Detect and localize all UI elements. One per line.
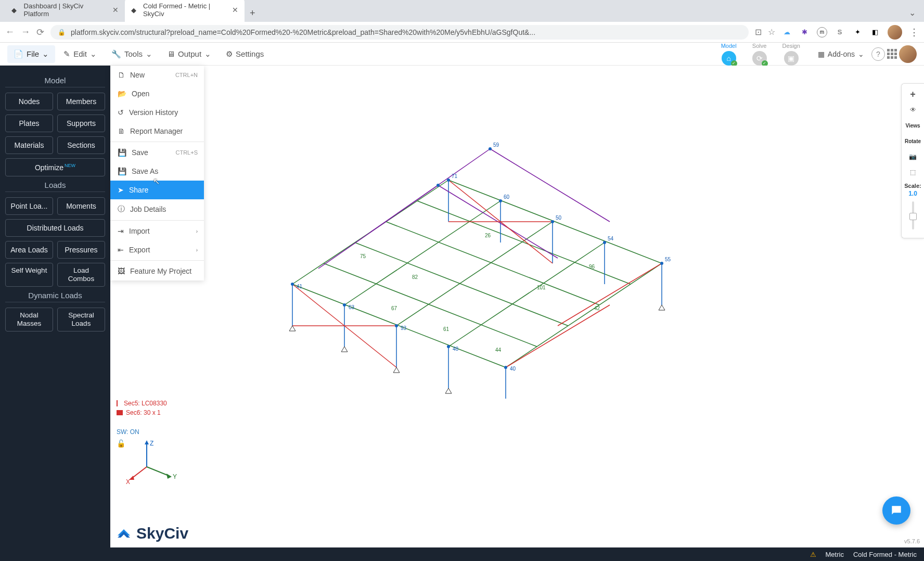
url-bar[interactable]: 🔒 platform.skyciv.com/structural?preload… bbox=[50, 25, 749, 40]
menu-item-open[interactable]: 📂Open bbox=[110, 84, 204, 103]
edit-menu-button[interactable]: ✎ Edit ⌄ bbox=[57, 45, 103, 63]
url-text: platform.skyciv.com/structural?preload_n… bbox=[71, 28, 535, 36]
menu-item-job-details[interactable]: ⓘJob Details bbox=[110, 199, 204, 219]
forward-button[interactable]: → bbox=[21, 27, 30, 37]
extensions-icon[interactable]: ✦ bbox=[852, 27, 863, 37]
apps-grid-button[interactable] bbox=[887, 49, 897, 59]
output-menu-button[interactable]: 🖥 Output ⌄ bbox=[161, 45, 217, 63]
visibility-button[interactable]: 👁 bbox=[904, 103, 922, 117]
ext-icon[interactable]: ✱ bbox=[799, 27, 810, 37]
favicon-icon: ◆ bbox=[11, 6, 20, 14]
svg-text:93: 93 bbox=[401, 325, 407, 331]
share-icon: ➤ bbox=[118, 186, 124, 194]
svg-marker-64 bbox=[145, 440, 149, 444]
self-weight-button[interactable]: Self Weight bbox=[5, 263, 53, 287]
ext-icon[interactable]: S bbox=[835, 27, 845, 37]
area-loads-button[interactable]: Area Loads bbox=[5, 241, 53, 259]
addons-button[interactable]: ▦ Add-ons ⌄ bbox=[813, 47, 869, 61]
model-canvas[interactable]: 416393 484071 605054 5559 676144 7582101… bbox=[110, 66, 924, 547]
svg-text:67: 67 bbox=[391, 305, 397, 311]
mode-tab-model[interactable]: Model ⌂ bbox=[721, 43, 737, 66]
load-combos-button[interactable]: Load Combos bbox=[57, 263, 105, 287]
svg-text:59: 59 bbox=[493, 142, 499, 148]
point-load-button[interactable]: Point Loa... bbox=[5, 197, 53, 215]
spectral-loads-button[interactable]: Spectral Loads bbox=[57, 308, 105, 332]
close-icon[interactable]: ✕ bbox=[232, 6, 238, 14]
view-tools-panel: + 👁 Views Rotate 📷 ⬚ Scale: 1.0 bbox=[901, 83, 924, 238]
svg-text:96: 96 bbox=[589, 264, 595, 270]
svg-text:50: 50 bbox=[556, 215, 562, 221]
save-as-icon: 💾 bbox=[118, 167, 126, 175]
menu-item-new[interactable]: 🗋NewCTRL+N bbox=[110, 66, 204, 84]
unlock-icon[interactable]: 🔓 bbox=[117, 439, 125, 448]
project-name[interactable]: Cold Formed - Metric bbox=[853, 551, 917, 558]
file-icon: 📄 bbox=[14, 49, 23, 59]
rotate-button[interactable]: Rotate bbox=[904, 134, 922, 148]
user-avatar[interactable] bbox=[899, 45, 917, 63]
svg-line-23 bbox=[318, 185, 438, 269]
plates-button[interactable]: Plates bbox=[5, 114, 53, 132]
settings-button[interactable]: ⚙ Settings bbox=[220, 45, 270, 63]
sidepanel-icon[interactable]: ◧ bbox=[870, 27, 880, 37]
file-menu-button[interactable]: 📄 File ⌄ bbox=[7, 45, 55, 63]
menu-item-import[interactable]: ⇥Import› bbox=[110, 222, 204, 240]
warning-icon[interactable]: ⚠ bbox=[810, 551, 816, 558]
close-icon[interactable]: ✕ bbox=[112, 6, 119, 14]
reload-button[interactable]: ⟳ bbox=[36, 27, 44, 38]
kebab-menu-icon[interactable]: ⋮ bbox=[909, 27, 919, 38]
new-tab-button[interactable]: + bbox=[245, 5, 261, 22]
pencil-icon: ✎ bbox=[63, 49, 70, 59]
profile-avatar[interactable] bbox=[888, 25, 902, 40]
svg-line-10 bbox=[506, 263, 662, 367]
history-icon: ↺ bbox=[118, 108, 124, 117]
supports-button[interactable]: Supports bbox=[57, 114, 105, 132]
svg-line-9 bbox=[448, 243, 605, 347]
structure-model: 416393 484071 605054 5559 676144 7582101… bbox=[256, 86, 724, 399]
optimize-button[interactable]: OptimizeNEW bbox=[5, 158, 105, 176]
ext-icon[interactable]: m bbox=[817, 27, 827, 37]
mode-tab-solve[interactable]: Solve ⟳ bbox=[752, 43, 767, 66]
browser-tab-dashboard[interactable]: ◆ Dashboard | SkyCiv Platform ✕ bbox=[5, 0, 125, 22]
tab-title: Dashboard | SkyCiv Platform bbox=[24, 2, 108, 18]
moments-button[interactable]: Moments bbox=[57, 197, 105, 215]
menu-item-report-manager[interactable]: 🗎Report Manager bbox=[110, 122, 204, 141]
help-button[interactable]: ? bbox=[871, 47, 885, 61]
bookmark-icon[interactable]: ☆ bbox=[768, 27, 775, 37]
nodes-button[interactable]: Nodes bbox=[5, 93, 53, 110]
chat-support-button[interactable] bbox=[882, 496, 910, 525]
new-badge: NEW bbox=[65, 163, 75, 168]
units-label[interactable]: Metric bbox=[826, 551, 844, 558]
tab-overflow-icon[interactable]: ⌄ bbox=[901, 4, 924, 22]
image-icon: 🖼 bbox=[118, 267, 125, 275]
slider-thumb[interactable] bbox=[909, 213, 917, 220]
sections-button[interactable]: Sections bbox=[57, 136, 105, 154]
svg-text:82: 82 bbox=[412, 274, 418, 280]
menu-item-export[interactable]: ⇤Export› bbox=[110, 240, 204, 259]
camera-button[interactable]: 📷 bbox=[904, 149, 922, 164]
ext-icon[interactable]: ☁ bbox=[781, 27, 792, 37]
mode-tab-design[interactable]: Design ▣ bbox=[782, 43, 800, 66]
axis-orientation-widget[interactable]: Z X Y bbox=[126, 438, 178, 485]
menu-item-share[interactable]: ➤Share ↖ bbox=[110, 181, 204, 199]
scale-value: 1.0 bbox=[908, 190, 917, 197]
scale-slider[interactable] bbox=[912, 201, 914, 230]
views-button[interactable]: Views bbox=[904, 118, 922, 133]
distributed-loads-button[interactable]: Distributed Loads bbox=[5, 219, 105, 237]
tools-menu-button[interactable]: 🔧 Tools ⌄ bbox=[105, 45, 159, 63]
svg-point-39 bbox=[603, 241, 606, 244]
members-button[interactable]: Members bbox=[57, 93, 105, 110]
back-button[interactable]: ← bbox=[5, 27, 15, 37]
svg-text:71: 71 bbox=[452, 173, 458, 179]
menu-item-version-history[interactable]: ↺Version History bbox=[110, 103, 204, 122]
pressures-button[interactable]: Pressures bbox=[57, 241, 105, 259]
materials-button[interactable]: Materials bbox=[5, 136, 53, 154]
extension-icons: ☁ ✱ m S ✦ ◧ ⋮ bbox=[781, 25, 919, 40]
menu-item-feature-project[interactable]: 🖼Feature My Project bbox=[110, 262, 204, 280]
zoom-in-button[interactable]: + bbox=[904, 87, 922, 101]
browser-tab-active[interactable]: ◆ Cold Formed - Metric | SkyCiv ✕ bbox=[125, 0, 245, 22]
box-button[interactable]: ⬚ bbox=[904, 165, 922, 180]
nodal-masses-button[interactable]: Nodal Masses bbox=[5, 308, 53, 332]
svg-text:42: 42 bbox=[594, 305, 600, 311]
menu-item-save[interactable]: 💾SaveCTRL+S bbox=[110, 143, 204, 162]
install-app-icon[interactable]: ⊡ bbox=[755, 27, 762, 37]
